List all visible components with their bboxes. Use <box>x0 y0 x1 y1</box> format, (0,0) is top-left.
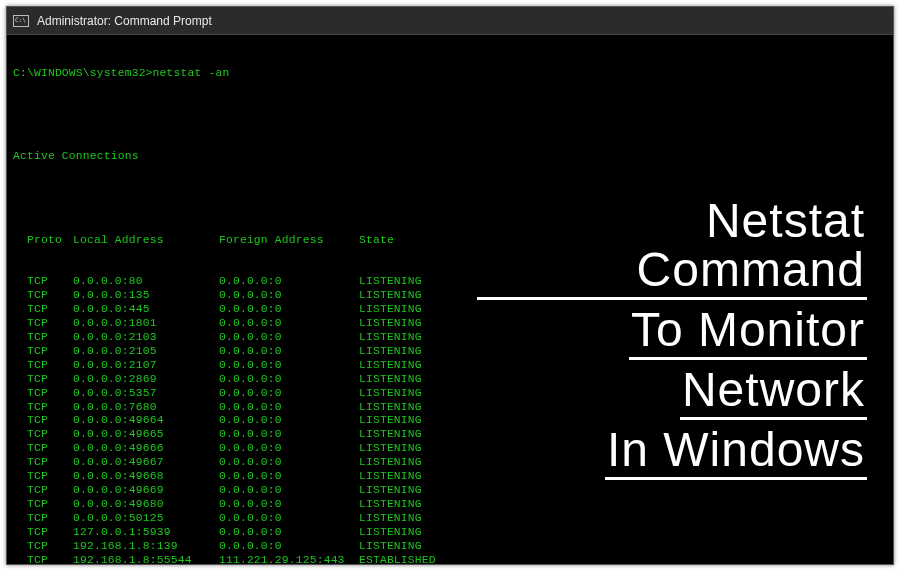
cell-state: LISTENING <box>359 331 422 345</box>
cell-proto: TCP <box>27 498 73 512</box>
cell-local: 0.0.0.0:2105 <box>73 345 219 359</box>
cell-foreign: 0.0.0.0:0 <box>219 540 359 554</box>
cell-proto: TCP <box>27 303 73 317</box>
blank-line <box>13 109 436 123</box>
connection-row: TCP192.168.1.8:55544111.221.29.125:443ES… <box>13 554 436 565</box>
connection-row: TCP0.0.0.0:21050.0.0.0:0LISTENING <box>13 345 436 359</box>
cell-local: 0.0.0.0:80 <box>73 275 219 289</box>
cell-state: LISTENING <box>359 540 422 554</box>
cell-local: 0.0.0.0:49668 <box>73 470 219 484</box>
cell-proto: TCP <box>27 373 73 387</box>
cell-foreign: 0.0.0.0:0 <box>219 456 359 470</box>
cell-local: 0.0.0.0:49665 <box>73 428 219 442</box>
cell-foreign: 0.0.0.0:0 <box>219 401 359 415</box>
cell-proto: TCP <box>27 526 73 540</box>
cell-proto: TCP <box>27 317 73 331</box>
connection-row: TCP0.0.0.0:800.0.0.0:0LISTENING <box>13 275 436 289</box>
overlay-line-3: Network <box>680 366 867 420</box>
cell-state: LISTENING <box>359 401 422 415</box>
overlay-caption: Netstat Command To Monitor Network In Wi… <box>477 197 867 486</box>
cell-local: 0.0.0.0:49664 <box>73 414 219 428</box>
col-state: State <box>359 234 394 248</box>
cell-foreign: 0.0.0.0:0 <box>219 289 359 303</box>
connection-row: TCP0.0.0.0:496670.0.0.0:0LISTENING <box>13 456 436 470</box>
cell-state: LISTENING <box>359 470 422 484</box>
cell-proto: TCP <box>27 428 73 442</box>
cell-state: LISTENING <box>359 345 422 359</box>
blank-line <box>13 192 436 206</box>
command-prompt-window: Administrator: Command Prompt C:\WINDOWS… <box>6 6 894 565</box>
cell-foreign: 0.0.0.0:0 <box>219 317 359 331</box>
cell-state: LISTENING <box>359 428 422 442</box>
connection-rows: TCP0.0.0.0:800.0.0.0:0LISTENING TCP0.0.0… <box>13 275 436 565</box>
terminal-output[interactable]: C:\WINDOWS\system32>netstat -an Active C… <box>13 39 436 565</box>
cell-local: 0.0.0.0:2869 <box>73 373 219 387</box>
connection-row: TCP0.0.0.0:496640.0.0.0:0LISTENING <box>13 414 436 428</box>
titlebar[interactable]: Administrator: Command Prompt <box>7 7 893 35</box>
cell-proto: TCP <box>27 456 73 470</box>
connection-row: TCP0.0.0.0:76800.0.0.0:0LISTENING <box>13 401 436 415</box>
connection-row: TCP0.0.0.0:1350.0.0.0:0LISTENING <box>13 289 436 303</box>
section-header: Active Connections <box>13 150 436 164</box>
cell-proto: TCP <box>27 275 73 289</box>
cell-proto: TCP <box>27 484 73 498</box>
cwd: C:\WINDOWS\system32> <box>13 67 153 81</box>
cell-proto: TCP <box>27 442 73 456</box>
cell-proto: TCP <box>27 359 73 373</box>
cell-proto: TCP <box>27 387 73 401</box>
cell-local: 0.0.0.0:49667 <box>73 456 219 470</box>
cell-state: LISTENING <box>359 373 422 387</box>
connection-row: TCP0.0.0.0:53570.0.0.0:0LISTENING <box>13 387 436 401</box>
cell-state: LISTENING <box>359 484 422 498</box>
cell-state: LISTENING <box>359 526 422 540</box>
cell-proto: TCP <box>27 554 73 565</box>
connection-row: TCP0.0.0.0:496800.0.0.0:0LISTENING <box>13 498 436 512</box>
column-headers: ProtoLocal AddressForeign AddressState <box>13 234 436 248</box>
cell-state: LISTENING <box>359 303 422 317</box>
cell-state: LISTENING <box>359 442 422 456</box>
connection-row: TCP0.0.0.0:28690.0.0.0:0LISTENING <box>13 373 436 387</box>
cell-foreign: 0.0.0.0:0 <box>219 442 359 456</box>
cell-local: 127.0.0.1:5939 <box>73 526 219 540</box>
cell-local: 0.0.0.0:7680 <box>73 401 219 415</box>
connection-row: TCP0.0.0.0:4450.0.0.0:0LISTENING <box>13 303 436 317</box>
overlay-line-2: To Monitor <box>629 306 867 360</box>
cell-state: LISTENING <box>359 414 422 428</box>
cell-foreign: 0.0.0.0:0 <box>219 387 359 401</box>
connection-row: TCP0.0.0.0:496660.0.0.0:0LISTENING <box>13 442 436 456</box>
cell-local: 0.0.0.0:2103 <box>73 331 219 345</box>
cell-foreign: 0.0.0.0:0 <box>219 414 359 428</box>
col-foreign: Foreign Address <box>219 234 359 248</box>
connection-row: TCP0.0.0.0:496680.0.0.0:0LISTENING <box>13 470 436 484</box>
cell-state: LISTENING <box>359 317 422 331</box>
col-proto: Proto <box>27 234 73 248</box>
cell-local: 0.0.0.0:50125 <box>73 512 219 526</box>
cmd-icon <box>13 15 29 27</box>
cell-local: 0.0.0.0:445 <box>73 303 219 317</box>
prompt-line: C:\WINDOWS\system32>netstat -an <box>13 67 436 81</box>
cell-local: 0.0.0.0:2107 <box>73 359 219 373</box>
cell-state: ESTABLISHED <box>359 554 436 565</box>
cell-foreign: 0.0.0.0:0 <box>219 373 359 387</box>
cell-local: 192.168.1.8:139 <box>73 540 219 554</box>
cell-proto: TCP <box>27 512 73 526</box>
cell-foreign: 0.0.0.0:0 <box>219 359 359 373</box>
connection-row: TCP192.168.1.8:1390.0.0.0:0LISTENING <box>13 540 436 554</box>
connection-row: TCP0.0.0.0:21030.0.0.0:0LISTENING <box>13 331 436 345</box>
cell-state: LISTENING <box>359 498 422 512</box>
connection-row: TCP0.0.0.0:18010.0.0.0:0LISTENING <box>13 317 436 331</box>
cell-foreign: 0.0.0.0:0 <box>219 470 359 484</box>
cell-local: 0.0.0.0:135 <box>73 289 219 303</box>
cell-local: 0.0.0.0:1801 <box>73 317 219 331</box>
cell-state: LISTENING <box>359 456 422 470</box>
cell-state: LISTENING <box>359 275 422 289</box>
cell-foreign: 111.221.29.125:443 <box>219 554 359 565</box>
cell-foreign: 0.0.0.0:0 <box>219 275 359 289</box>
connection-row: TCP0.0.0.0:501250.0.0.0:0LISTENING <box>13 512 436 526</box>
connection-row: TCP0.0.0.0:21070.0.0.0:0LISTENING <box>13 359 436 373</box>
cell-local: 192.168.1.8:55544 <box>73 554 219 565</box>
cell-foreign: 0.0.0.0:0 <box>219 484 359 498</box>
connection-row: TCP127.0.0.1:59390.0.0.0:0LISTENING <box>13 526 436 540</box>
cell-proto: TCP <box>27 401 73 415</box>
cell-state: LISTENING <box>359 512 422 526</box>
